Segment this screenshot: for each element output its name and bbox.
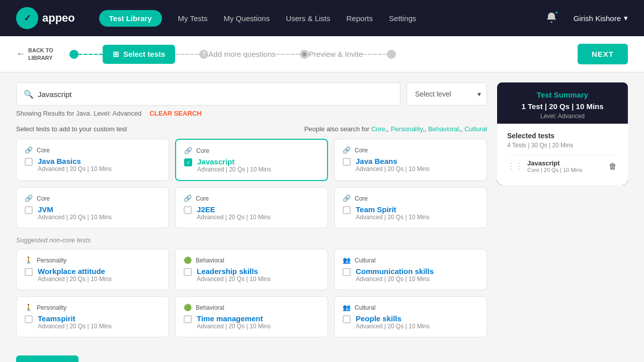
- level-select[interactable]: Select level Beginner Intermediate Advan…: [407, 82, 487, 106]
- test-card-teamspirit[interactable]: 🚶 Personality Teamspirit Advanced | 20 Q…: [16, 296, 169, 337]
- test-card-jvm[interactable]: 🔗 Core JVM Advanced | 20 Qs | 10 Mins: [16, 187, 169, 228]
- card-type: Behavioral: [196, 257, 224, 264]
- card-body: Team Spirit Advanced | 20 Qs | 10 Mins: [343, 205, 478, 221]
- suggested-tests-grid: 🚶 Personality Workplace attitude Advance…: [16, 249, 487, 337]
- card-type-row: 🔗 Core: [184, 195, 319, 202]
- summary-header: Test Summary 1 Test | 20 Qs | 10 Mins Le…: [497, 82, 628, 124]
- card-name: Javascript: [197, 157, 271, 166]
- type-icon: 🔗: [184, 147, 192, 154]
- test-checkbox[interactable]: [343, 315, 351, 323]
- card-meta: Advanced | 20 Qs | 10 Mins: [356, 214, 430, 221]
- test-checkbox[interactable]: [184, 206, 192, 214]
- tag-personality[interactable]: Personality: [391, 125, 425, 133]
- step12-dashes: [175, 54, 199, 55]
- type-icon: 🔗: [184, 195, 192, 202]
- step1-dot: [69, 50, 78, 59]
- card-type-row: 🔗 Core: [25, 146, 160, 154]
- back-label: BACK TOLIBRARY: [28, 47, 53, 61]
- card-body: Workplace attitude Advanced | 20 Qs | 10…: [25, 267, 160, 283]
- card-name: Communication skills: [356, 267, 434, 276]
- nav-settings[interactable]: Settings: [389, 14, 416, 23]
- selected-test-meta: Core | 20 Qs | 10 Mins: [527, 167, 604, 173]
- next-bottom-button[interactable]: NEXT: [16, 355, 78, 362]
- card-meta: Advanced | 20 Qs | 10 Mins: [197, 323, 271, 330]
- card-type: Core: [196, 195, 209, 202]
- test-checkbox[interactable]: [25, 315, 33, 323]
- type-icon: 🔗: [343, 146, 351, 154]
- search-input[interactable]: [38, 90, 393, 99]
- nav-test-library[interactable]: Test Library: [99, 10, 162, 27]
- nav-reports[interactable]: Reports: [347, 14, 373, 23]
- nav-my-questions[interactable]: My Questions: [223, 14, 270, 23]
- card-type: Core: [37, 147, 50, 154]
- steps-bar: ← BACK TOLIBRARY ⊞ Select tests ?: [0, 36, 644, 72]
- tag-core[interactable]: Core: [371, 125, 387, 133]
- logo[interactable]: ✓ appeo: [16, 7, 75, 29]
- test-card-workplace-attitude[interactable]: 🚶 Personality Workplace attitude Advance…: [16, 249, 169, 290]
- test-card-communication-skills[interactable]: 👥 Cultural Communication skills Advanced…: [334, 249, 487, 290]
- drag-handle-icon[interactable]: ⋮⋮: [507, 161, 523, 171]
- card-type: Cultural: [355, 304, 375, 311]
- test-checkbox[interactable]: [25, 206, 33, 214]
- delete-test-button[interactable]: 🗑: [608, 161, 618, 172]
- card-type-row: 🔗 Core: [184, 147, 319, 154]
- card-body: ✓ Javascript Advanced | 20 Qs | 10 Mins: [184, 157, 319, 173]
- back-arrow-icon: ←: [16, 49, 25, 59]
- bell-dot: [554, 11, 558, 15]
- grid-icon: ⊞: [113, 50, 119, 59]
- step3-end-dashes: [363, 54, 387, 55]
- card-type-row: 👥 Cultural: [343, 256, 478, 264]
- test-checkbox[interactable]: [184, 315, 192, 323]
- card-type: Behavioral: [196, 304, 224, 311]
- search-row: 🔍 Select level Beginner Intermediate Adv…: [16, 82, 487, 106]
- navbar: ✓ appeo Test Library My Tests My Questio…: [0, 0, 644, 36]
- test-card-team-spirit[interactable]: 🔗 Core Team Spirit Advanced | 20 Qs | 10…: [334, 187, 487, 228]
- card-body: People skills Advanced | 20 Qs | 10 Mins: [343, 314, 478, 330]
- test-card-j2ee[interactable]: 🔗 Core J2EE Advanced | 20 Qs | 10 Mins: [175, 187, 328, 228]
- results-text: Showing Results for Java. Level: Advance…: [16, 110, 141, 117]
- svg-text:✓: ✓: [24, 13, 31, 23]
- nav-my-tests[interactable]: My Tests: [178, 14, 208, 23]
- step2-label[interactable]: Add more questions: [208, 50, 275, 58]
- clear-search-button[interactable]: CLEAR SEARCH: [149, 110, 201, 117]
- wizard-steps: ⊞ Select tests ? Add more questions: [69, 45, 578, 64]
- tag-behavioral[interactable]: Behavioral: [428, 125, 461, 133]
- selected-test-name: Javascript: [527, 159, 604, 167]
- card-type: Core: [355, 195, 368, 202]
- back-to-library-button[interactable]: ← BACK TOLIBRARY: [16, 47, 53, 61]
- selected-items-list: ⋮⋮ Javascript Core | 20 Qs | 10 Mins 🗑: [507, 155, 618, 177]
- card-type-row: 🟢 Behavioral: [184, 256, 319, 264]
- notification-bell[interactable]: [545, 12, 557, 25]
- test-checkbox[interactable]: [25, 268, 33, 276]
- step3-end-dot: [387, 50, 396, 59]
- right-panel: Test Summary 1 Test | 20 Qs | 10 Mins Le…: [497, 82, 628, 362]
- user-menu[interactable]: Girish Kishore ▾: [574, 14, 628, 23]
- test-checkbox[interactable]: [184, 268, 192, 276]
- test-card-people-skills[interactable]: 👥 Cultural People skills Advanced | 20 Q…: [334, 296, 487, 337]
- step3-label[interactable]: Preview & Invite: [309, 50, 363, 58]
- test-checkbox[interactable]: [343, 158, 351, 166]
- test-checkbox[interactable]: [343, 268, 351, 276]
- results-row: Showing Results for Java. Level: Advance…: [16, 110, 487, 117]
- test-card-time-management[interactable]: 🟢 Behavioral Time management Advanced | …: [175, 296, 328, 337]
- search-icon: 🔍: [24, 89, 34, 99]
- test-card-javascript[interactable]: 🔗 Core ✓ Javascript Advanced | 20 Qs | 1…: [175, 139, 328, 181]
- user-name: Girish Kishore: [574, 14, 621, 23]
- summary-body: Selected tests 4 Tests | 30 Qs | 20 Mins…: [497, 124, 628, 185]
- selected-tests-label: Selected tests: [507, 132, 618, 140]
- type-icon: 🚶: [25, 304, 33, 311]
- test-card-java-beans[interactable]: 🔗 Core Java Beans Advanced | 20 Qs | 10 …: [334, 139, 487, 181]
- type-icon: 🚶: [25, 256, 33, 264]
- test-card-leadership-skills[interactable]: 🟢 Behavioral Leadership skills Advanced …: [175, 249, 328, 290]
- card-meta: Advanced | 20 Qs | 10 Mins: [197, 166, 271, 173]
- search-box[interactable]: 🔍: [16, 82, 400, 106]
- tag-cultural[interactable]: Cultural: [464, 125, 487, 133]
- test-card-java-basics[interactable]: 🔗 Core Java Basics Advanced | 20 Qs | 10…: [16, 139, 169, 181]
- card-type: Core: [37, 195, 50, 202]
- step1-label[interactable]: ⊞ Select tests: [103, 45, 175, 64]
- next-button[interactable]: NEXT: [578, 44, 628, 64]
- nav-users-lists[interactable]: Users & Lists: [286, 14, 330, 23]
- test-checkbox[interactable]: [343, 206, 351, 214]
- test-checkbox[interactable]: [25, 158, 33, 166]
- test-checkbox[interactable]: ✓: [184, 158, 192, 166]
